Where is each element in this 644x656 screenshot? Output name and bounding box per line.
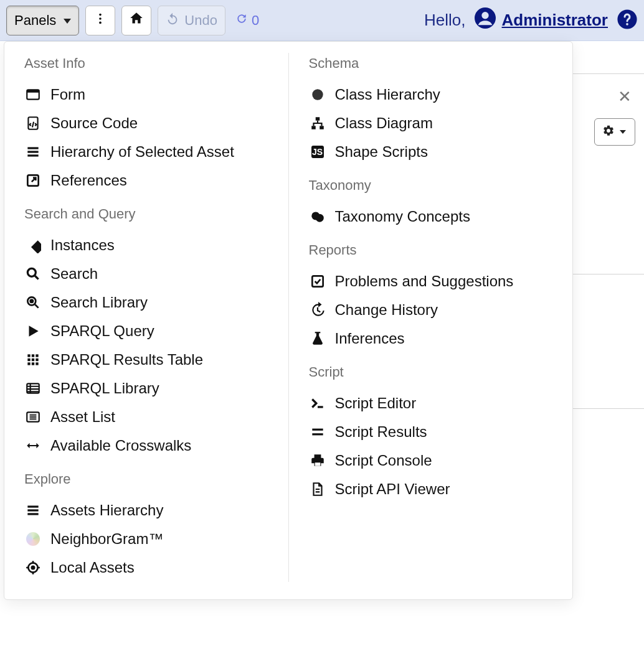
terminal-icon — [309, 395, 326, 412]
window-icon — [24, 86, 42, 103]
svg-rect-25 — [32, 362, 34, 365]
menu-item[interactable]: Class Diagram — [309, 109, 553, 138]
menu-item-label: Script API Viewer — [335, 480, 450, 498]
file-icon — [309, 480, 326, 498]
print-icon — [309, 452, 326, 469]
menu-item[interactable]: SPARQL Results Table — [24, 345, 268, 374]
menu-item[interactable]: Script Results — [309, 418, 553, 446]
menu-item[interactable]: Asset List — [24, 403, 268, 431]
arrows-h-icon — [24, 437, 42, 454]
menu-item[interactable]: Assets Hierarchy — [24, 496, 268, 525]
menu-item[interactable]: Source Code — [24, 109, 268, 138]
svg-rect-14 — [31, 240, 41, 253]
menu-item[interactable]: Form — [24, 80, 268, 109]
menu-item[interactable]: Script Console — [309, 446, 553, 475]
svg-rect-8 — [27, 90, 39, 92]
menu-group-header: Reports — [309, 242, 553, 258]
svg-point-0 — [99, 13, 102, 16]
greeting-text: Hello, — [424, 11, 465, 30]
menu-item-label: SPARQL Results Table — [50, 351, 203, 368]
menu-item[interactable]: Hierarchy of Selected Asset — [24, 138, 268, 166]
menu-item-label: Script Console — [335, 452, 432, 469]
svg-rect-23 — [36, 358, 38, 361]
refresh-count-value: 0 — [252, 12, 259, 29]
menu-item-label: Assets Hierarchy — [50, 502, 163, 519]
panels-dropdown-right-column: SchemaClass HierarchyClass DiagramJSShap… — [289, 53, 573, 582]
panels-dropdown-button[interactable]: Panels — [6, 6, 79, 35]
hierarchy-icon — [24, 502, 42, 519]
history-icon — [309, 301, 326, 319]
menu-item[interactable]: References — [24, 166, 268, 195]
svg-point-33 — [32, 566, 34, 569]
menu-item[interactable]: Change History — [309, 296, 553, 324]
diagram-icon — [309, 115, 326, 132]
menu-item-label: References — [50, 172, 127, 189]
hierarchy-icon — [24, 143, 42, 161]
results-icon — [309, 423, 326, 441]
menu-item[interactable]: Class Hierarchy — [309, 80, 553, 109]
menu-item[interactable]: Taxonomy Concepts — [309, 202, 553, 231]
svg-rect-35 — [315, 117, 320, 120]
js-icon: JS — [309, 143, 326, 161]
menu-item[interactable]: Inferences — [309, 324, 553, 353]
menu-item[interactable]: Instances — [24, 231, 268, 260]
svg-rect-29 — [27, 505, 38, 507]
menu-item[interactable]: Script API Viewer — [309, 475, 553, 504]
undo-button[interactable]: Undo — [158, 6, 225, 35]
refresh-count[interactable]: 0 — [232, 12, 263, 29]
svg-point-2 — [99, 21, 102, 24]
panels-dropdown-left-column: Asset InfoFormSource CodeHierarchy of Se… — [4, 53, 289, 582]
gear-icon — [602, 124, 615, 139]
menu-item[interactable]: SPARQL Query — [24, 317, 268, 345]
svg-rect-20 — [36, 354, 38, 357]
menu-item-label: Inferences — [335, 330, 405, 347]
close-icon[interactable]: ✕ — [618, 87, 632, 106]
svg-rect-37 — [320, 126, 324, 129]
main-toolbar: Panels Undo 0 Hello, — [0, 0, 644, 41]
references-icon — [24, 172, 42, 189]
divider — [573, 408, 644, 409]
settings-dropdown-button[interactable] — [594, 118, 635, 146]
play-icon — [24, 322, 42, 340]
more-button[interactable] — [85, 6, 115, 35]
undo-label: Undo — [184, 12, 217, 29]
menu-item[interactable]: Script Editor — [309, 389, 553, 418]
menu-item[interactable]: NeighborGram™ — [24, 525, 268, 553]
svg-rect-10 — [27, 147, 38, 149]
menu-item-label: Instances — [50, 237, 115, 254]
svg-rect-36 — [311, 126, 316, 129]
menu-item[interactable]: Local Assets — [24, 553, 268, 582]
menu-item-label: Form — [50, 86, 85, 103]
menu-item-label: SPARQL Query — [50, 322, 154, 340]
menu-item[interactable]: Search Library — [24, 288, 268, 317]
help-icon[interactable] — [617, 9, 638, 32]
diamond-icon — [24, 237, 42, 254]
svg-rect-41 — [318, 406, 323, 408]
svg-rect-42 — [312, 429, 323, 431]
menu-item-label: Local Assets — [50, 559, 135, 576]
refresh-icon — [235, 12, 248, 29]
user-link[interactable]: Administrator — [475, 7, 608, 33]
svg-rect-18 — [27, 354, 30, 357]
more-vertical-icon — [93, 12, 107, 29]
home-button[interactable] — [121, 6, 151, 35]
svg-rect-21 — [27, 358, 30, 361]
chevron-down-icon — [61, 12, 71, 29]
divider — [573, 274, 644, 274]
search-library-icon — [24, 294, 42, 311]
svg-point-15 — [27, 268, 36, 276]
svg-point-6 — [626, 22, 628, 25]
menu-item[interactable]: Problems and Suggestions — [309, 267, 553, 296]
menu-item[interactable]: SPARQL Library — [24, 374, 268, 403]
menu-group-header: Explore — [24, 471, 268, 487]
menu-group-header: Asset Info — [24, 55, 268, 72]
svg-rect-43 — [312, 433, 323, 435]
menu-item[interactable]: Search — [24, 260, 268, 288]
svg-rect-11 — [27, 151, 38, 152]
undo-icon — [166, 12, 179, 29]
menu-item[interactable]: JSShape Scripts — [309, 138, 553, 166]
list-icon — [24, 408, 42, 426]
svg-rect-30 — [27, 509, 38, 511]
menu-group-header: Search and Query — [24, 206, 268, 222]
menu-item[interactable]: Available Crosswalks — [24, 431, 268, 460]
